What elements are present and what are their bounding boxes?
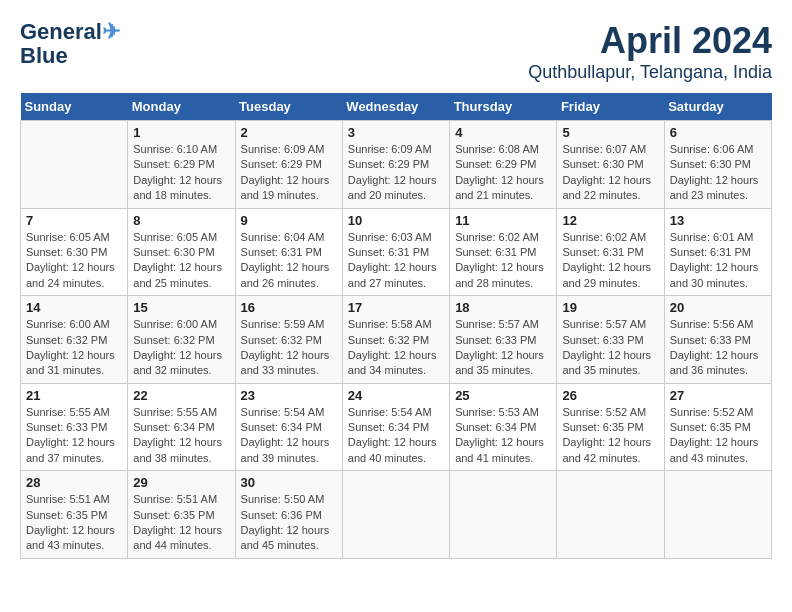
- day-number: 15: [133, 300, 229, 315]
- day-cell: [21, 121, 128, 209]
- day-cell: [664, 471, 771, 559]
- day-info: Sunrise: 5:54 AM Sunset: 6:34 PM Dayligh…: [348, 405, 444, 467]
- day-info: Sunrise: 5:55 AM Sunset: 6:33 PM Dayligh…: [26, 405, 122, 467]
- day-cell: 19Sunrise: 5:57 AM Sunset: 6:33 PM Dayli…: [557, 296, 664, 384]
- day-cell: 22Sunrise: 5:55 AM Sunset: 6:34 PM Dayli…: [128, 383, 235, 471]
- day-number: 2: [241, 125, 337, 140]
- day-number: 23: [241, 388, 337, 403]
- day-info: Sunrise: 5:57 AM Sunset: 6:33 PM Dayligh…: [455, 317, 551, 379]
- day-cell: 29Sunrise: 5:51 AM Sunset: 6:35 PM Dayli…: [128, 471, 235, 559]
- day-number: 20: [670, 300, 766, 315]
- day-number: 9: [241, 213, 337, 228]
- day-number: 4: [455, 125, 551, 140]
- day-number: 7: [26, 213, 122, 228]
- day-cell: 7Sunrise: 6:05 AM Sunset: 6:30 PM Daylig…: [21, 208, 128, 296]
- day-info: Sunrise: 6:00 AM Sunset: 6:32 PM Dayligh…: [133, 317, 229, 379]
- day-info: Sunrise: 5:55 AM Sunset: 6:34 PM Dayligh…: [133, 405, 229, 467]
- day-number: 25: [455, 388, 551, 403]
- day-info: Sunrise: 6:04 AM Sunset: 6:31 PM Dayligh…: [241, 230, 337, 292]
- day-cell: [450, 471, 557, 559]
- day-info: Sunrise: 6:09 AM Sunset: 6:29 PM Dayligh…: [241, 142, 337, 204]
- day-cell: 3Sunrise: 6:09 AM Sunset: 6:29 PM Daylig…: [342, 121, 449, 209]
- day-info: Sunrise: 6:01 AM Sunset: 6:31 PM Dayligh…: [670, 230, 766, 292]
- day-cell: 9Sunrise: 6:04 AM Sunset: 6:31 PM Daylig…: [235, 208, 342, 296]
- logo-text: General✈Blue: [20, 20, 120, 68]
- day-info: Sunrise: 5:57 AM Sunset: 6:33 PM Dayligh…: [562, 317, 658, 379]
- day-number: 22: [133, 388, 229, 403]
- day-cell: 18Sunrise: 5:57 AM Sunset: 6:33 PM Dayli…: [450, 296, 557, 384]
- day-info: Sunrise: 5:51 AM Sunset: 6:35 PM Dayligh…: [133, 492, 229, 554]
- day-info: Sunrise: 6:08 AM Sunset: 6:29 PM Dayligh…: [455, 142, 551, 204]
- day-number: 5: [562, 125, 658, 140]
- day-number: 6: [670, 125, 766, 140]
- day-cell: 17Sunrise: 5:58 AM Sunset: 6:32 PM Dayli…: [342, 296, 449, 384]
- day-number: 10: [348, 213, 444, 228]
- day-number: 26: [562, 388, 658, 403]
- day-number: 29: [133, 475, 229, 490]
- page-header: General✈Blue April 2024 Quthbullapur, Te…: [20, 20, 772, 83]
- day-info: Sunrise: 5:58 AM Sunset: 6:32 PM Dayligh…: [348, 317, 444, 379]
- day-info: Sunrise: 6:09 AM Sunset: 6:29 PM Dayligh…: [348, 142, 444, 204]
- calendar-table: SundayMondayTuesdayWednesdayThursdayFrid…: [20, 93, 772, 559]
- day-number: 14: [26, 300, 122, 315]
- week-row-1: 1Sunrise: 6:10 AM Sunset: 6:29 PM Daylig…: [21, 121, 772, 209]
- day-info: Sunrise: 6:06 AM Sunset: 6:30 PM Dayligh…: [670, 142, 766, 204]
- day-cell: 28Sunrise: 5:51 AM Sunset: 6:35 PM Dayli…: [21, 471, 128, 559]
- day-cell: 13Sunrise: 6:01 AM Sunset: 6:31 PM Dayli…: [664, 208, 771, 296]
- day-cell: 6Sunrise: 6:06 AM Sunset: 6:30 PM Daylig…: [664, 121, 771, 209]
- day-number: 12: [562, 213, 658, 228]
- col-header-saturday: Saturday: [664, 93, 771, 121]
- location-title: Quthbullapur, Telangana, India: [528, 62, 772, 83]
- day-cell: 11Sunrise: 6:02 AM Sunset: 6:31 PM Dayli…: [450, 208, 557, 296]
- day-cell: [342, 471, 449, 559]
- day-number: 13: [670, 213, 766, 228]
- day-cell: 2Sunrise: 6:09 AM Sunset: 6:29 PM Daylig…: [235, 121, 342, 209]
- day-info: Sunrise: 5:53 AM Sunset: 6:34 PM Dayligh…: [455, 405, 551, 467]
- col-header-friday: Friday: [557, 93, 664, 121]
- day-number: 27: [670, 388, 766, 403]
- day-cell: 15Sunrise: 6:00 AM Sunset: 6:32 PM Dayli…: [128, 296, 235, 384]
- day-info: Sunrise: 5:54 AM Sunset: 6:34 PM Dayligh…: [241, 405, 337, 467]
- day-info: Sunrise: 6:02 AM Sunset: 6:31 PM Dayligh…: [455, 230, 551, 292]
- col-header-monday: Monday: [128, 93, 235, 121]
- day-cell: 24Sunrise: 5:54 AM Sunset: 6:34 PM Dayli…: [342, 383, 449, 471]
- day-cell: 23Sunrise: 5:54 AM Sunset: 6:34 PM Dayli…: [235, 383, 342, 471]
- day-cell: 26Sunrise: 5:52 AM Sunset: 6:35 PM Dayli…: [557, 383, 664, 471]
- logo: General✈Blue: [20, 20, 120, 68]
- day-cell: 1Sunrise: 6:10 AM Sunset: 6:29 PM Daylig…: [128, 121, 235, 209]
- day-number: 30: [241, 475, 337, 490]
- day-cell: 25Sunrise: 5:53 AM Sunset: 6:34 PM Dayli…: [450, 383, 557, 471]
- day-number: 18: [455, 300, 551, 315]
- week-row-2: 7Sunrise: 6:05 AM Sunset: 6:30 PM Daylig…: [21, 208, 772, 296]
- col-header-wednesday: Wednesday: [342, 93, 449, 121]
- day-number: 3: [348, 125, 444, 140]
- week-row-4: 21Sunrise: 5:55 AM Sunset: 6:33 PM Dayli…: [21, 383, 772, 471]
- day-info: Sunrise: 6:03 AM Sunset: 6:31 PM Dayligh…: [348, 230, 444, 292]
- day-cell: 16Sunrise: 5:59 AM Sunset: 6:32 PM Dayli…: [235, 296, 342, 384]
- day-cell: 10Sunrise: 6:03 AM Sunset: 6:31 PM Dayli…: [342, 208, 449, 296]
- day-info: Sunrise: 6:05 AM Sunset: 6:30 PM Dayligh…: [133, 230, 229, 292]
- day-number: 1: [133, 125, 229, 140]
- day-info: Sunrise: 5:59 AM Sunset: 6:32 PM Dayligh…: [241, 317, 337, 379]
- col-header-sunday: Sunday: [21, 93, 128, 121]
- day-info: Sunrise: 5:52 AM Sunset: 6:35 PM Dayligh…: [562, 405, 658, 467]
- title-block: April 2024 Quthbullapur, Telangana, Indi…: [528, 20, 772, 83]
- day-number: 24: [348, 388, 444, 403]
- day-cell: 8Sunrise: 6:05 AM Sunset: 6:30 PM Daylig…: [128, 208, 235, 296]
- day-info: Sunrise: 5:56 AM Sunset: 6:33 PM Dayligh…: [670, 317, 766, 379]
- day-cell: 12Sunrise: 6:02 AM Sunset: 6:31 PM Dayli…: [557, 208, 664, 296]
- day-cell: 4Sunrise: 6:08 AM Sunset: 6:29 PM Daylig…: [450, 121, 557, 209]
- day-info: Sunrise: 5:51 AM Sunset: 6:35 PM Dayligh…: [26, 492, 122, 554]
- month-title: April 2024: [528, 20, 772, 62]
- day-number: 17: [348, 300, 444, 315]
- day-info: Sunrise: 5:50 AM Sunset: 6:36 PM Dayligh…: [241, 492, 337, 554]
- col-header-tuesday: Tuesday: [235, 93, 342, 121]
- day-cell: 20Sunrise: 5:56 AM Sunset: 6:33 PM Dayli…: [664, 296, 771, 384]
- day-info: Sunrise: 6:07 AM Sunset: 6:30 PM Dayligh…: [562, 142, 658, 204]
- day-cell: [557, 471, 664, 559]
- day-number: 21: [26, 388, 122, 403]
- week-row-5: 28Sunrise: 5:51 AM Sunset: 6:35 PM Dayli…: [21, 471, 772, 559]
- day-info: Sunrise: 6:10 AM Sunset: 6:29 PM Dayligh…: [133, 142, 229, 204]
- day-cell: 14Sunrise: 6:00 AM Sunset: 6:32 PM Dayli…: [21, 296, 128, 384]
- week-row-3: 14Sunrise: 6:00 AM Sunset: 6:32 PM Dayli…: [21, 296, 772, 384]
